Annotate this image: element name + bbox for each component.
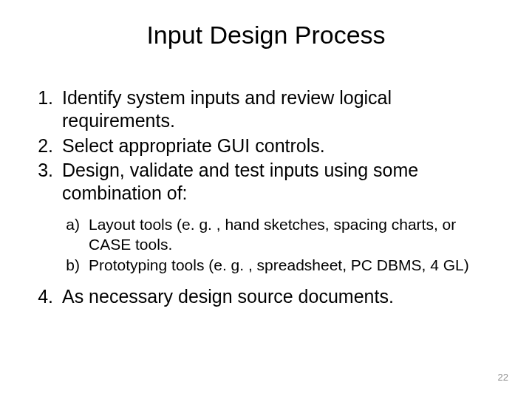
sub-list-text: Prototyping tools (e. g. , spreadsheet, …: [89, 256, 501, 275]
sub-list-item: b) Prototyping tools (e. g. , spreadshee…: [62, 256, 501, 275]
list-number: 4.: [31, 285, 62, 308]
list-item: 3. Design, validate and test inputs usin…: [31, 159, 501, 205]
sub-list-item: a) Layout tools (e. g. , hand sketches, …: [62, 215, 501, 254]
list-item: 1. Identify system inputs and review log…: [31, 86, 501, 133]
sub-ordered-list: a) Layout tools (e. g. , hand sketches, …: [62, 215, 501, 275]
slide: Input Design Process 1. Identify system …: [0, 0, 532, 399]
list-text: Design, validate and test inputs using s…: [62, 159, 501, 205]
list-item: 4. As necessary design source documents.: [31, 285, 501, 308]
list-text: Select appropriate GUI controls.: [62, 134, 501, 157]
sub-list-number: b): [62, 256, 89, 275]
list-number: 2.: [31, 134, 62, 157]
list-number: 3.: [31, 159, 62, 205]
sub-list-number: a): [62, 215, 89, 254]
sub-list-text: Layout tools (e. g. , hand sketches, spa…: [89, 215, 501, 254]
page-number: 22: [498, 372, 508, 383]
slide-title: Input Design Process: [31, 21, 501, 50]
list-item: 2. Select appropriate GUI controls.: [31, 134, 501, 157]
list-text: As necessary design source documents.: [62, 285, 501, 308]
main-ordered-list: 1. Identify system inputs and review log…: [31, 86, 501, 205]
main-ordered-list-continued: 4. As necessary design source documents.: [31, 285, 501, 308]
list-number: 1.: [31, 86, 62, 133]
list-text: Identify system inputs and review logica…: [62, 86, 501, 133]
